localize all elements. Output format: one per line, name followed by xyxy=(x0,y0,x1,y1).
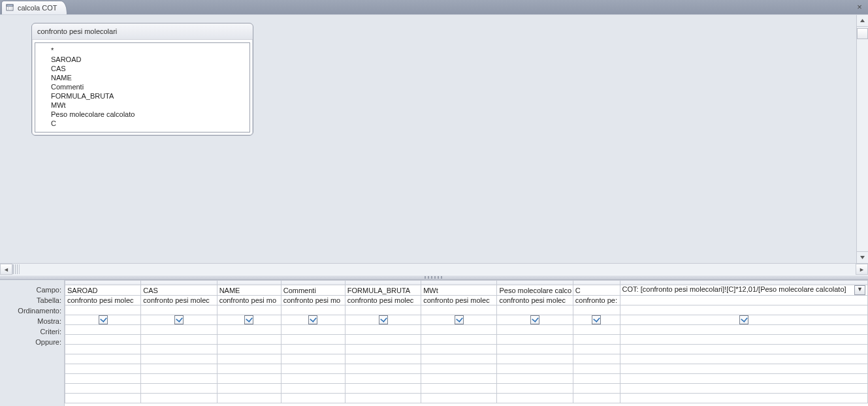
qbe-cell[interactable] xyxy=(345,345,421,354)
qbe-cell[interactable] xyxy=(217,354,281,364)
qbe-cell[interactable] xyxy=(141,345,217,354)
qbe-cell[interactable] xyxy=(573,394,620,403)
show-checkbox[interactable] xyxy=(739,315,748,324)
qbe-cell[interactable]: C xyxy=(573,285,620,296)
query-design-surface[interactable]: confronto pesi molecolari *SAROADCASNAME… xyxy=(0,14,868,263)
qbe-cell[interactable]: confronto pesi molec xyxy=(421,296,497,305)
qbe-cell[interactable]: confronto pesi molec xyxy=(141,296,217,305)
qbe-cell[interactable] xyxy=(345,394,421,403)
qbe-cell[interactable] xyxy=(497,374,573,384)
field-list-item[interactable]: Peso molecolare calcolato xyxy=(35,110,249,119)
ruler-toggle-icon[interactable] xyxy=(857,28,868,39)
qbe-cell[interactable] xyxy=(573,345,620,354)
qbe-cell[interactable] xyxy=(497,305,573,315)
qbe-cell[interactable] xyxy=(65,281,141,285)
qbe-cell[interactable] xyxy=(281,374,345,384)
qbe-cell[interactable] xyxy=(573,335,620,345)
qbe-cell[interactable] xyxy=(421,354,497,364)
qbe-cell[interactable] xyxy=(65,305,141,315)
qbe-cell[interactable]: Commenti xyxy=(281,285,345,296)
qbe-cell[interactable]: NAME xyxy=(217,285,281,296)
qbe-cell[interactable] xyxy=(141,374,217,384)
qbe-cell[interactable] xyxy=(65,354,141,364)
qbe-cell[interactable]: Peso molecolare calco xyxy=(497,285,573,296)
show-checkbox[interactable] xyxy=(592,315,601,324)
show-checkbox[interactable] xyxy=(244,315,253,324)
show-checkbox[interactable] xyxy=(379,315,388,324)
qbe-cell[interactable] xyxy=(620,315,867,325)
qbe-cell[interactable] xyxy=(281,354,345,364)
qbe-cell[interactable] xyxy=(281,315,345,325)
qbe-cell[interactable] xyxy=(421,325,497,335)
qbe-cell[interactable] xyxy=(281,394,345,403)
qbe-cell[interactable] xyxy=(345,374,421,384)
qbe-cell[interactable] xyxy=(497,384,573,394)
qbe-cell[interactable] xyxy=(620,325,867,335)
qbe-cell[interactable] xyxy=(620,364,867,374)
horizontal-scrollbar[interactable]: ◄ ► xyxy=(0,263,868,275)
qbe-cell[interactable] xyxy=(65,315,141,325)
field-list-item[interactable]: MWt xyxy=(35,101,249,110)
field-list-item[interactable]: FORMULA_BRUTA xyxy=(35,91,249,101)
qbe-cell[interactable]: confronto pe: xyxy=(573,296,620,305)
field-list-item[interactable]: CAS xyxy=(35,64,249,73)
qbe-cell[interactable] xyxy=(421,374,497,384)
qbe-cell[interactable] xyxy=(421,345,497,354)
qbe-cell[interactable]: confronto pesi molec xyxy=(345,296,421,305)
qbe-cell[interactable] xyxy=(421,335,497,345)
qbe-cell[interactable] xyxy=(281,384,345,394)
qbe-cell[interactable] xyxy=(573,384,620,394)
qbe-cell[interactable] xyxy=(573,374,620,384)
qbe-cell[interactable]: FORMULA_BRUTA xyxy=(345,285,421,296)
document-tab[interactable]: calcola COT xyxy=(1,1,67,14)
qbe-cell[interactable] xyxy=(345,335,421,345)
scrollbar-grip[interactable] xyxy=(12,264,20,274)
qbe-cell[interactable] xyxy=(141,315,217,325)
qbe-cell[interactable] xyxy=(620,345,867,354)
qbe-cell[interactable] xyxy=(65,394,141,403)
qbe-cell[interactable] xyxy=(217,345,281,354)
qbe-cell[interactable] xyxy=(217,335,281,345)
qbe-cell[interactable]: SAROAD xyxy=(65,285,141,296)
qbe-cell[interactable]: confronto pesi molec xyxy=(497,296,573,305)
qbe-cell[interactable] xyxy=(141,354,217,364)
qbe-cell[interactable] xyxy=(281,325,345,335)
qbe-cell[interactable] xyxy=(141,335,217,345)
qbe-cell[interactable] xyxy=(573,281,620,285)
qbe-cell[interactable]: MWt xyxy=(421,285,497,296)
qbe-cell[interactable]: CAS xyxy=(141,285,217,296)
qbe-cell[interactable] xyxy=(497,315,573,325)
qbe-cell[interactable] xyxy=(620,384,867,394)
qbe-cell[interactable] xyxy=(345,281,421,285)
qbe-cell[interactable] xyxy=(573,364,620,374)
qbe-cell[interactable] xyxy=(620,394,867,403)
qbe-cell[interactable] xyxy=(345,354,421,364)
qbe-cell[interactable] xyxy=(573,354,620,364)
qbe-cell[interactable] xyxy=(497,364,573,374)
qbe-cell[interactable] xyxy=(620,335,867,345)
table-field-list[interactable]: confronto pesi molecolari *SAROADCASNAME… xyxy=(31,23,253,136)
close-icon[interactable]: × xyxy=(855,2,864,11)
qbe-cell[interactable] xyxy=(620,374,867,384)
qbe-cell[interactable] xyxy=(141,384,217,394)
qbe-cell[interactable] xyxy=(65,325,141,335)
show-checkbox[interactable] xyxy=(99,315,108,324)
qbe-cell[interactable]: COT: [confronto pesi molecolari]![C]*12,… xyxy=(620,285,867,296)
qbe-cell[interactable] xyxy=(345,315,421,325)
qbe-cell[interactable] xyxy=(281,364,345,374)
qbe-cell[interactable] xyxy=(141,364,217,374)
qbe-cell[interactable]: confronto pesi molec xyxy=(65,296,141,305)
qbe-cell[interactable] xyxy=(281,345,345,354)
show-checkbox[interactable] xyxy=(174,315,184,324)
field-list-item[interactable]: Commenti xyxy=(35,82,249,91)
qbe-cell[interactable] xyxy=(497,325,573,335)
qbe-cell[interactable] xyxy=(421,364,497,374)
vertical-scrollbar[interactable] xyxy=(856,15,868,263)
qbe-cell[interactable] xyxy=(620,305,867,315)
qbe-cell[interactable] xyxy=(141,281,217,285)
field-list-item[interactable]: * xyxy=(35,46,249,55)
qbe-cell[interactable] xyxy=(65,374,141,384)
qbe-cell[interactable] xyxy=(65,345,141,354)
qbe-cell[interactable] xyxy=(497,345,573,354)
qbe-cell[interactable] xyxy=(281,335,345,345)
